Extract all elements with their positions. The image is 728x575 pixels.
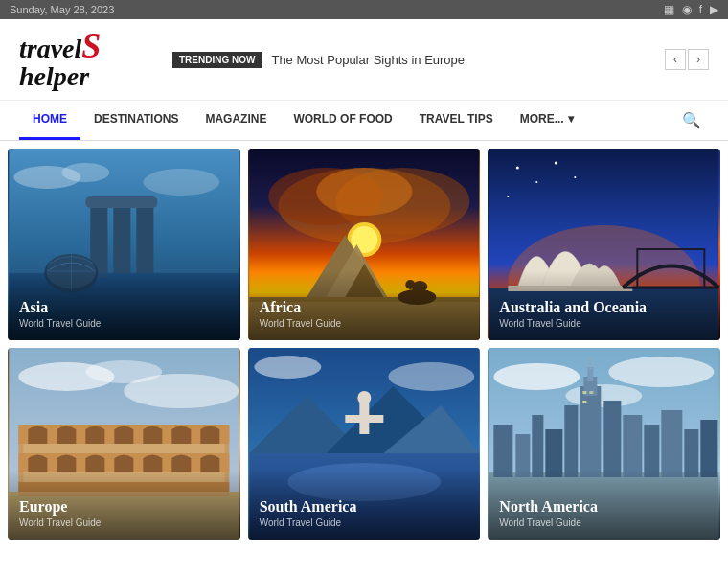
instagram-icon[interactable]: ▦ [664, 3, 674, 16]
svg-point-36 [516, 167, 519, 170]
search-button[interactable]: 🔍 [674, 104, 709, 137]
card-overlay: Asia World Travel Guide [8, 270, 240, 340]
social-icons: ▦ ◉ f ▶ [664, 3, 718, 16]
svg-point-40 [508, 196, 510, 197]
svg-point-37 [536, 181, 538, 183]
card-overlay: South America World Travel Guide [248, 470, 481, 540]
nav-item-world-of-food[interactable]: WORLD OF FOOD [280, 101, 405, 140]
card-subtitle: World Travel Guide [19, 318, 229, 329]
trending-area: TRENDING NOW The Most Popular Sights in … [172, 49, 709, 70]
trending-badge: TRENDING NOW [172, 52, 262, 68]
card-overlay: Australia and Oceania World Travel Guide [488, 270, 720, 340]
carousel-arrows: ‹ › [665, 49, 709, 70]
card-title: Australia and Oceania [499, 299, 709, 316]
svg-rect-6 [113, 201, 130, 273]
svg-point-44 [85, 360, 162, 383]
nav-item-travel-tips[interactable]: TRAVEL TIPS [406, 101, 507, 140]
svg-rect-79 [662, 410, 683, 477]
card-asia[interactable]: Asia World Travel Guide [8, 149, 240, 340]
svg-rect-71 [565, 405, 579, 477]
nav-item-more[interactable]: MORE... ▾ [507, 101, 587, 140]
svg-point-18 [316, 168, 412, 216]
youtube-icon[interactable]: ▶ [710, 3, 718, 16]
nav-item-destinations[interactable]: DESTINATIONS [80, 101, 192, 140]
trending-text: The Most Popular Sights in Europe [271, 53, 465, 67]
chevron-down-icon: ▾ [568, 112, 574, 126]
card-subtitle: World Travel Guide [260, 518, 469, 528]
card-title: South America [260, 498, 469, 516]
card-subtitle: World Travel Guide [499, 518, 709, 528]
prev-arrow-button[interactable]: ‹ [665, 49, 686, 70]
card-subtitle: World Travel Guide [499, 318, 709, 329]
card-europe[interactable]: Europe World Travel Guide [8, 348, 240, 540]
svg-rect-83 [590, 391, 594, 394]
card-overlay: North America World Travel Guide [488, 470, 720, 540]
svg-rect-75 [590, 357, 592, 369]
svg-point-63 [494, 363, 580, 390]
svg-rect-72 [580, 386, 602, 477]
svg-point-64 [609, 356, 715, 387]
card-southamerica[interactable]: South America World Travel Guide [248, 348, 481, 540]
svg-rect-82 [583, 391, 587, 394]
card-title: North America [499, 498, 709, 516]
svg-point-58 [388, 362, 474, 391]
card-northamerica[interactable]: North America World Travel Guide [488, 348, 720, 540]
card-australia[interactable]: Australia and Oceania World Travel Guide [488, 149, 720, 340]
top-bar: Sunday, May 28, 2023 ▦ ◉ f ▶ [0, 0, 728, 19]
svg-point-57 [254, 356, 321, 379]
site-logo[interactable]: travelS helper [19, 29, 153, 90]
destination-grid: Asia World Travel Guide [0, 141, 728, 547]
nav-item-magazine[interactable]: MAGAZINE [192, 101, 280, 140]
svg-point-3 [61, 163, 109, 182]
main-nav: HOME DESTINATIONS MAGAZINE WORLD OF FOOD… [0, 101, 728, 141]
logo-s-text: S [81, 27, 101, 65]
card-title: Africa [260, 299, 469, 316]
site-header: travelS helper TRENDING NOW The Most Pop… [0, 19, 728, 101]
svg-point-61 [357, 391, 371, 404]
svg-point-38 [555, 162, 557, 165]
svg-point-4 [143, 169, 219, 196]
svg-rect-74 [588, 367, 594, 381]
svg-rect-7 [136, 206, 153, 273]
svg-rect-81 [701, 420, 718, 477]
svg-rect-8 [85, 196, 157, 208]
logo-travel-text: travelS [19, 34, 101, 63]
svg-rect-69 [533, 415, 544, 477]
card-overlay: Europe World Travel Guide [8, 470, 240, 540]
svg-point-39 [575, 176, 577, 178]
facebook-icon[interactable]: f [699, 3, 702, 16]
svg-rect-77 [624, 415, 643, 477]
svg-rect-76 [604, 401, 622, 477]
date-label: Sunday, May 28, 2023 [10, 4, 114, 15]
card-title: Asia [19, 299, 229, 316]
svg-rect-84 [583, 401, 587, 403]
card-title: Europe [19, 498, 229, 516]
card-africa[interactable]: Africa World Travel Guide [248, 149, 481, 340]
logo-helper-text: helper [19, 63, 153, 90]
svg-rect-60 [345, 415, 383, 423]
nav-item-home[interactable]: HOME [19, 101, 80, 140]
next-arrow-button[interactable]: › [688, 49, 709, 70]
card-subtitle: World Travel Guide [19, 518, 229, 528]
card-overlay: Africa World Travel Guide [248, 270, 481, 340]
card-subtitle: World Travel Guide [260, 318, 469, 329]
pinterest-icon[interactable]: ◉ [682, 3, 692, 16]
